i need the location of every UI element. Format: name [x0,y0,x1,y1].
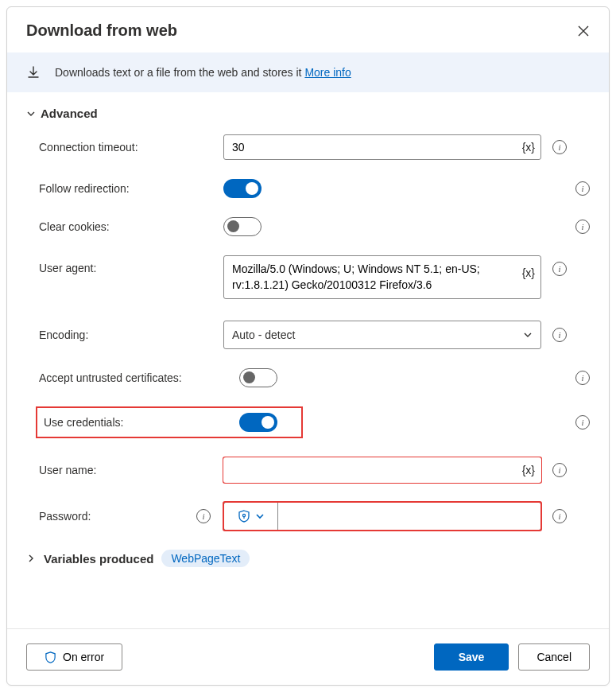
info-icon[interactable]: i [196,509,211,523]
more-info-link[interactable]: More info [304,66,351,79]
encoding-label: Encoding: [39,329,223,341]
clear-cookies-toggle[interactable] [223,217,262,236]
advanced-label: Advanced [41,107,98,120]
variables-produced-toggle[interactable]: Variables produced WebPageText [26,550,590,567]
shield-lock-icon [238,510,250,523]
info-icon[interactable]: i [575,415,590,430]
dialog-header: Download from web [7,7,609,52]
user-name-row: User name: {x} i [26,457,590,483]
chevron-down-icon [255,511,265,521]
shield-icon [45,651,56,663]
close-icon [578,25,589,37]
password-row: Password: i i [26,502,590,531]
user-agent-label: User agent: [39,255,223,274]
info-icon[interactable]: i [552,328,567,342]
use-credentials-row: Use credentials: i [36,406,590,438]
info-icon[interactable]: i [552,463,567,477]
insert-variable-icon[interactable]: {x} [522,266,535,279]
on-error-button[interactable]: On error [26,643,122,671]
follow-redirection-label: Follow redirection: [39,182,223,195]
accept-untrusted-row: Accept untrusted certificates: i [26,368,590,387]
encoding-row: Encoding: Auto - detect i [26,321,590,349]
variable-chip[interactable]: WebPageText [161,550,250,567]
dialog-footer: On error Save Cancel [7,628,609,685]
clear-cookies-row: Clear cookies: i [26,217,590,236]
user-name-input[interactable] [223,457,541,483]
download-icon [26,65,41,80]
connection-timeout-row: Connection timeout: {x} i [26,134,590,160]
close-button[interactable] [577,25,590,37]
connection-timeout-input[interactable] [223,134,541,160]
dialog-body: Advanced Connection timeout: {x} i Follo… [7,92,609,628]
password-label: Password: i [39,509,223,523]
user-name-label: User name: [39,464,223,476]
encoding-value: Auto - detect [232,329,295,341]
info-icon[interactable]: i [575,181,590,196]
info-icon[interactable]: i [552,140,567,154]
dialog: Download from web Downloads text or a fi… [6,6,610,686]
info-icon[interactable]: i [552,262,567,276]
chevron-down-icon [523,330,533,340]
connection-timeout-label: Connection timeout: [39,141,223,154]
accept-untrusted-toggle[interactable] [239,368,277,387]
variables-produced-label: Variables produced [44,552,153,566]
use-credentials-toggle[interactable] [239,413,277,432]
password-label-text: Password: [39,510,91,523]
banner-text-content: Downloads text or a file from the web an… [55,66,304,79]
use-credentials-label: Use credentials: [41,416,239,429]
chevron-down-icon [26,109,36,119]
user-agent-input[interactable] [223,255,541,299]
insert-variable-icon[interactable]: {x} [522,141,535,154]
info-icon[interactable]: i [575,220,590,234]
cancel-button[interactable]: Cancel [518,643,590,671]
accept-untrusted-label: Accept untrusted certificates: [39,371,239,384]
encoding-select[interactable]: Auto - detect [223,321,541,349]
password-input[interactable] [277,502,541,531]
credential-picker-button[interactable] [223,502,277,531]
advanced-section-toggle[interactable]: Advanced [26,107,590,120]
user-agent-row: User agent: {x} i [26,255,590,301]
follow-redirection-row: Follow redirection: i [26,179,590,198]
chevron-right-icon [26,554,36,563]
clear-cookies-label: Clear cookies: [39,220,223,233]
svg-point-0 [242,515,245,517]
info-icon[interactable]: i [575,371,590,385]
on-error-label: On error [63,651,104,663]
dialog-title: Download from web [26,21,177,40]
insert-variable-icon[interactable]: {x} [522,464,535,476]
follow-redirection-toggle[interactable] [223,179,262,198]
info-banner: Downloads text or a file from the web an… [7,52,609,92]
banner-text: Downloads text or a file from the web an… [55,66,351,79]
save-button[interactable]: Save [434,643,509,671]
info-icon[interactable]: i [552,509,567,523]
